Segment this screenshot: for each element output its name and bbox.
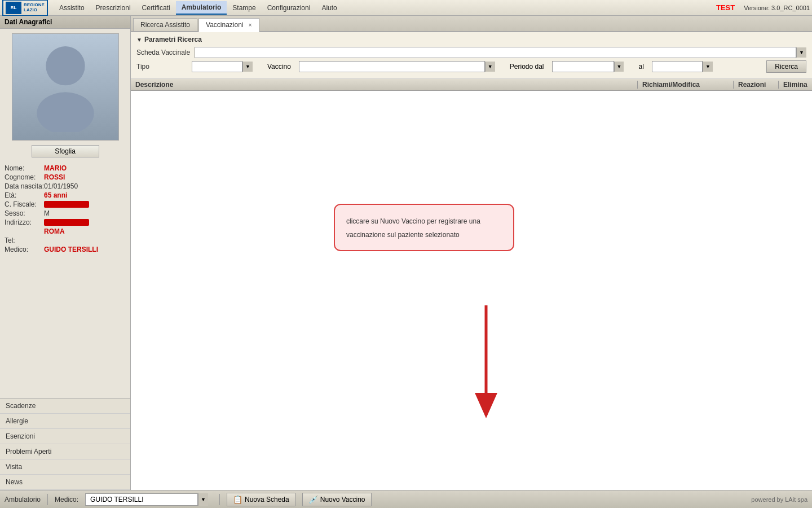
tipo-label: Tipo (136, 63, 187, 71)
nuovo-vaccino-label: Nuovo Vaccino (320, 496, 365, 503)
divider2 (219, 494, 220, 505)
menu-prescrizioni[interactable]: Prescrizioni (90, 2, 136, 14)
vaccino-label: Vaccino (264, 63, 294, 71)
browse-button[interactable]: Sfoglia (32, 145, 99, 157)
periodo-dal-dropdown-icon[interactable]: ▼ (614, 62, 624, 72)
cf-row: C. Fiscale: (5, 200, 126, 208)
sesso-label: Sesso: (5, 209, 44, 217)
eta-row: Età: 65 anni (5, 191, 126, 199)
nome-value: MARIO (44, 164, 67, 172)
menu-assistito[interactable]: Assistito (54, 2, 90, 14)
indirizzo-value (44, 219, 89, 226)
medico-row: Medico: GUIDO TERSILLI (5, 246, 126, 253)
results-header: Descrizione Richiami/Modifica Reazioni E… (131, 79, 812, 91)
tooltip-callout: cliccare su Nuovo Vaccino per registrare… (334, 204, 514, 251)
menu-right: TEST Versione: 3.0_RC_0001 (716, 3, 810, 12)
logo-line2: LAZIO (24, 8, 45, 13)
medico-bottom-label: Medico: (55, 496, 78, 503)
sidebar-item-allergie[interactable]: Allergie (0, 414, 130, 429)
svg-point-1 (37, 92, 94, 132)
indirizzo-row2: ROMA (5, 227, 126, 235)
sidebar-item-esenzioni[interactable]: Esenzioni (0, 429, 130, 444)
ambulatorio-label: Ambulatorio (5, 496, 41, 503)
nome-row: Nome: MARIO (5, 164, 126, 172)
medico-value: GUIDO TERSILLI (44, 246, 98, 253)
version-label: Versione: 3.0_RC_0001 (744, 5, 810, 11)
nuova-scheda-icon: 📋 (233, 495, 242, 504)
data-nascita-row: Data nascita: 01/01/1950 (5, 182, 126, 190)
sidebar-item-news[interactable]: News (0, 475, 130, 490)
tipo-dropdown-icon[interactable]: ▼ (242, 62, 253, 72)
scheda-label: Scheda Vaccinale (136, 49, 190, 56)
results-body: cliccare su Nuovo Vaccino per registrare… (131, 91, 812, 490)
divider (47, 494, 48, 505)
cf-value (44, 201, 89, 208)
col-richiami-header: Richiami/Modifica (637, 81, 733, 89)
data-nascita-value: 01/01/1950 (44, 182, 78, 190)
tel-label: Tel: (5, 237, 44, 244)
vaccino-input[interactable] (299, 61, 485, 72)
search-params-section: ▼ Parametri Ricerca Scheda Vaccinale ▼ T… (131, 32, 812, 79)
menu-stampe[interactable]: Stampe (227, 2, 261, 14)
scheda-vaccinale-input[interactable] (195, 47, 796, 58)
svg-point-0 (46, 46, 85, 85)
sidebar-item-visita[interactable]: Visita (0, 459, 130, 475)
nuova-scheda-button[interactable]: 📋 Nuova Scheda (227, 493, 295, 506)
params-title: Parametri Ricerca (144, 36, 202, 43)
cf-label: C. Fiscale: (5, 200, 44, 208)
nome-label: Nome: (5, 164, 44, 172)
tab-vaccinazioni[interactable]: Vaccinazioni × (198, 18, 259, 32)
sidebar-header: Dati Anagrafici (0, 16, 130, 29)
eta-value: 65 anni (44, 191, 67, 199)
periodo-dal-label: Periodo dal (506, 63, 548, 71)
sidebar-item-problemi-aperti[interactable]: Problemi Aperti (0, 444, 130, 459)
cognome-row: Cognome: ROSSI (5, 173, 126, 181)
cognome-value: ROSSI (44, 173, 65, 181)
menu-bar: RL REGIONE LAZIO Assistito Prescrizioni … (0, 0, 812, 16)
app-logo: RL REGIONE LAZIO (2, 0, 48, 16)
indirizzo-label: Indirizzo: (5, 218, 44, 226)
medico-dropdown-icon[interactable]: ▼ (198, 493, 208, 506)
tab-close-icon[interactable]: × (249, 22, 252, 28)
ricerca-button[interactable]: Ricerca (766, 60, 806, 73)
vaccino-dropdown-icon[interactable]: ▼ (485, 62, 495, 72)
svg-marker-3 (475, 393, 497, 418)
test-badge: TEST (716, 3, 735, 12)
patient-info: Nome: MARIO Cognome: ROSSI Data nascita:… (0, 162, 130, 398)
col-descrizione-header: Descrizione (131, 81, 637, 89)
params-header: ▼ Parametri Ricerca (136, 36, 806, 43)
medico-select[interactable] (85, 493, 198, 506)
menu-ambulatorio[interactable]: Ambulatorio (176, 1, 227, 15)
periodo-al-input[interactable] (652, 61, 703, 72)
nuova-scheda-label: Nuova Scheda (245, 496, 289, 503)
tabs-bar: Ricerca Assistito Vaccinazioni × (131, 16, 812, 32)
medico-label: Medico: (5, 246, 44, 253)
tipo-input[interactable] (192, 61, 242, 72)
menu-aiuto[interactable]: Aiuto (316, 2, 342, 14)
sidebar: Dati Anagrafici Sfoglia Nome: MARIO Cogn… (0, 16, 131, 490)
arrow-indicator (475, 305, 542, 420)
col-elimina-header: Elimina (778, 81, 812, 89)
menu-configurazioni[interactable]: Configurazioni (262, 2, 316, 14)
sidebar-item-scadenze[interactable]: Scadenze (0, 398, 130, 414)
col-reazioni-header: Reazioni (733, 81, 778, 89)
periodo-dal-input[interactable] (552, 61, 614, 72)
results-area: Descrizione Richiami/Modifica Reazioni E… (131, 79, 812, 490)
sidebar-nav: Scadenze Allergie Esenzioni Problemi Ape… (0, 398, 130, 490)
nuovo-vaccino-button[interactable]: 💉 Nuovo Vaccino (302, 493, 372, 506)
indirizzo-row: Indirizzo: (5, 218, 126, 226)
medico-select-container: ▼ (85, 493, 208, 506)
collapse-arrow-icon[interactable]: ▼ (136, 37, 142, 43)
periodo-al-dropdown-icon[interactable]: ▼ (703, 62, 713, 72)
main-layout: Dati Anagrafici Sfoglia Nome: MARIO Cogn… (0, 16, 812, 490)
scheda-row: Scheda Vaccinale ▼ (136, 47, 806, 58)
sesso-row: Sesso: M (5, 209, 126, 217)
cognome-label: Cognome: (5, 173, 44, 181)
data-nascita-label: Data nascita: (5, 182, 44, 190)
tooltip-text: cliccare su Nuovo Vaccino per registrare… (346, 217, 480, 239)
tipo-row: Tipo ▼ Vaccino ▼ Periodo dal ▼ al (136, 60, 806, 73)
scheda-dropdown-icon[interactable]: ▼ (796, 47, 806, 58)
tab-ricerca-assistito[interactable]: Ricerca Assistito (133, 18, 197, 31)
menu-certificati[interactable]: Certificati (136, 2, 176, 14)
eta-label: Età: (5, 191, 44, 199)
